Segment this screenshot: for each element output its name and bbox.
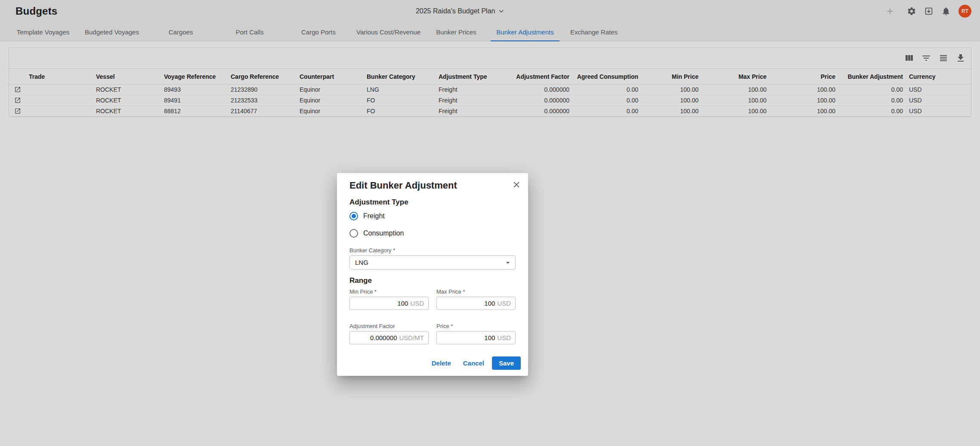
adjustment-factor-field-group: Adjustment Factor 0.000000 USD/MT [349,323,429,344]
price-label: Price * [436,323,516,329]
max-price-input[interactable]: 100 USD [436,297,516,310]
min-price-field-group: Min Price * 100 USD [349,288,429,310]
bunker-category-value: LNG [355,259,368,266]
radio-option-freight[interactable]: Freight [349,208,516,225]
dialog-title: Edit Bunker Adjustment [349,180,516,191]
range-fields: Min Price * 100 USD Max Price * 100 USD … [349,288,516,344]
edit-bunker-adjustment-dialog: Edit Bunker Adjustment Adjustment Type F… [337,173,528,376]
radio-label: Freight [363,212,385,220]
max-price-value: 100 [484,300,495,307]
radio-label: Consumption [363,229,404,237]
cancel-button[interactable]: Cancel [459,357,488,369]
max-price-field-group: Max Price * 100 USD [436,288,516,310]
price-field-group: Price * 100 USD [436,323,516,344]
min-price-label: Min Price * [349,288,429,295]
adjustment-type-radio-group: FreightConsumption [349,208,516,242]
dropdown-arrow-icon [503,258,513,267]
radio-unchecked-icon [349,229,358,238]
radio-checked-icon [349,212,358,220]
close-icon[interactable] [511,179,522,190]
range-heading: Range [349,276,516,285]
price-input[interactable]: 100 USD [436,331,516,344]
adjustment-factor-value: 0.000000 [370,334,397,341]
max-price-unit: USD [497,300,511,307]
adjustment-factor-unit: USD/MT [399,334,424,341]
price-unit: USD [497,334,511,341]
price-value: 100 [484,334,495,341]
min-price-unit: USD [410,300,424,307]
adjustment-factor-label: Adjustment Factor [349,323,429,329]
bunker-category-select[interactable]: LNG [349,255,516,269]
bunker-category-label: Bunker Category * [349,247,516,254]
adjustment-factor-input[interactable]: 0.000000 USD/MT [349,331,429,344]
min-price-input[interactable]: 100 USD [349,297,429,310]
radio-option-consumption[interactable]: Consumption [349,225,516,242]
min-price-value: 100 [397,300,408,307]
delete-button[interactable]: Delete [427,357,455,369]
dialog-actions: Delete Cancel Save [349,356,521,370]
save-button[interactable]: Save [492,356,521,370]
max-price-label: Max Price * [436,288,516,295]
adjustment-type-heading: Adjustment Type [349,198,516,207]
